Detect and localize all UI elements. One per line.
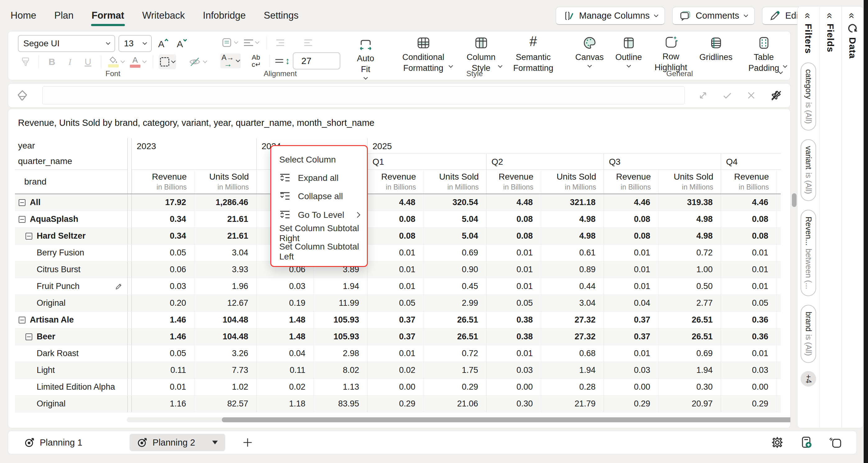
table-cell[interactable]: 0.89 <box>541 261 603 278</box>
table-cell[interactable]: 0.05 <box>132 245 194 261</box>
table-cell[interactable]: 0.08 <box>603 211 658 227</box>
collapse-row-icon[interactable] <box>19 317 26 323</box>
horizontal-scrollbar-thumb[interactable] <box>222 417 790 422</box>
table-cell[interactable]: 1.94 <box>658 362 721 378</box>
table-cell[interactable]: 0.01 <box>367 261 424 278</box>
table-cell[interactable]: 0.37 <box>603 329 658 345</box>
quarter-header-Q3[interactable]: Q3 <box>603 154 721 169</box>
filters-panel-label[interactable]: Filters <box>803 24 814 54</box>
table-cell[interactable]: 1,286.46 <box>194 194 256 211</box>
menu-item-go-to-level[interactable]: Go To Level <box>271 207 367 223</box>
table-cell[interactable]: 0.01 <box>486 345 541 362</box>
table-cell[interactable]: 0.61 <box>541 245 603 261</box>
outline-button[interactable]: Outline <box>610 35 648 69</box>
table-cell[interactable]: 0.01 <box>367 345 424 362</box>
font-size-select[interactable]: 13 <box>119 35 152 52</box>
row-header-cell[interactable]: Artisan Ale <box>15 312 127 328</box>
fields-panel-label[interactable]: Fields <box>825 24 836 53</box>
year-header-2023[interactable]: 2023 <box>132 138 256 169</box>
menu-item-select-column[interactable]: Select Column <box>271 152 367 168</box>
font-name-select[interactable]: Segoe UI <box>18 35 115 52</box>
table-row[interactable]: Limited Edition Alpha0.011.020.021.130.0… <box>15 379 781 396</box>
measure-header-cell[interactable]: Revenuein Billions <box>486 169 541 193</box>
formula-input[interactable] <box>42 86 685 104</box>
table-cell[interactable]: 0.72 <box>658 245 721 261</box>
italic-button[interactable]: I <box>62 54 78 69</box>
table-cell[interactable]: 0.08 <box>603 228 658 244</box>
increase-font-button[interactable]: A <box>155 36 170 51</box>
table-cell[interactable]: 4.46 <box>721 194 776 211</box>
row-header-cell[interactable]: Light <box>15 362 127 378</box>
collapse-row-icon[interactable] <box>19 216 26 223</box>
table-cell[interactable]: 5.04 <box>424 211 486 227</box>
table-cell[interactable]: 12.67 <box>194 295 256 311</box>
menu-item-set-column-subtotal-left[interactable]: Set Column Subtotal Left <box>271 244 367 260</box>
table-cell[interactable]: 0.69 <box>658 345 721 362</box>
table-cell[interactable]: 0.11 <box>132 362 194 378</box>
table-cell[interactable]: 4.48 <box>486 194 541 211</box>
table-cell[interactable]: 2.98 <box>313 345 367 362</box>
table-cell[interactable]: 0.19 <box>256 295 313 311</box>
table-cell[interactable]: 0.50 <box>658 278 721 295</box>
table-cell[interactable]: 321.18 <box>541 194 603 211</box>
quarter-field-label[interactable]: quarter_name <box>18 156 127 166</box>
table-cell[interactable]: 0.45 <box>424 278 486 295</box>
table-cell[interactable]: 0.01 <box>367 278 424 295</box>
row-header-cell[interactable]: Limited Edition Alpha <box>15 379 127 395</box>
menu-item-set-column-subtotal-right[interactable]: Set Column Subtotal Right <box>271 225 367 242</box>
measure-header-cell[interactable]: Units Soldin Millions <box>658 169 721 193</box>
manage-columns-button[interactable]: Manage Columns <box>556 7 665 25</box>
table-cell[interactable]: 0.01 <box>486 278 541 295</box>
menu-settings[interactable]: Settings <box>264 10 299 21</box>
measure-header-cell[interactable]: Revenuein Billions <box>721 169 776 193</box>
table-cell[interactable]: 0.00 <box>603 379 658 395</box>
menu-writeback[interactable]: Writeback <box>142 10 185 21</box>
measure-header-cell[interactable]: Units Soldin Millions <box>541 169 603 193</box>
table-cell[interactable]: 0.44 <box>541 278 603 295</box>
font-color-button[interactable]: A <box>129 54 147 69</box>
measure-header-cell[interactable]: Units Soldin Millions <box>194 169 256 193</box>
row-height-input[interactable]: 27 <box>293 53 340 69</box>
table-cell[interactable]: 0.05 <box>721 295 776 311</box>
table-cell[interactable]: 27.32 <box>541 329 603 345</box>
add-page-icon[interactable] <box>799 436 813 449</box>
border-select-button[interactable] <box>159 54 176 69</box>
quarter-header-Q4[interactable]: Q4 <box>721 154 781 169</box>
table-cell[interactable]: 0.29 <box>424 379 486 395</box>
table-cell[interactable]: 0.30 <box>486 396 541 412</box>
underline-button[interactable]: U <box>81 54 95 69</box>
table-cell[interactable]: 1.16 <box>132 396 194 412</box>
table-cell[interactable]: 0.34 <box>132 228 194 244</box>
table-cell[interactable]: 0.36 <box>721 312 776 328</box>
format-painter-icon[interactable] <box>18 54 33 69</box>
table-cell[interactable]: 0.08 <box>367 228 424 244</box>
table-cell[interactable]: 0.03 <box>256 278 313 295</box>
filter-pill-brand[interactable]: brand is (All) <box>801 305 816 363</box>
table-cell[interactable]: 1.94 <box>541 362 603 378</box>
quarter-header-Q2[interactable]: Q2 <box>486 154 603 169</box>
row-header-cell[interactable]: Berry Fusion <box>15 245 127 261</box>
table-cell[interactable]: 1.75 <box>424 362 486 378</box>
row-header-cell[interactable]: Original <box>15 295 127 311</box>
table-cell[interactable]: 0.08 <box>486 211 541 227</box>
table-cell[interactable]: 0.00 <box>721 379 776 395</box>
table-cell[interactable]: 0.90 <box>424 261 486 278</box>
unpin-icon[interactable] <box>770 89 782 102</box>
table-cell[interactable]: 319.38 <box>658 194 721 211</box>
table-cell[interactable]: 0.11 <box>256 362 313 378</box>
decrease-font-button[interactable]: A <box>174 36 189 51</box>
table-row[interactable]: Berry Fusion0.053.040.010.690.010.610.01… <box>15 245 781 261</box>
table-cell[interactable]: 5.04 <box>424 228 486 244</box>
row-header-cell[interactable]: All <box>15 194 127 211</box>
table-cell[interactable]: 0.30 <box>658 379 721 395</box>
cancel-icon[interactable] <box>746 90 756 100</box>
table-cell[interactable]: 0.01 <box>721 345 776 362</box>
table-cell[interactable]: 0.05 <box>367 295 424 311</box>
table-cell[interactable]: 20.97 <box>658 396 721 412</box>
table-cell[interactable]: 1.96 <box>194 278 256 295</box>
table-cell[interactable]: 0.01 <box>486 261 541 278</box>
table-row[interactable]: Artisan Ale1.46104.481.48105.930.3726.51… <box>15 312 781 329</box>
table-cell[interactable]: 104.48 <box>194 312 256 328</box>
table-cell[interactable]: 0.38 <box>486 312 541 328</box>
settings-gear-icon[interactable] <box>771 436 784 449</box>
